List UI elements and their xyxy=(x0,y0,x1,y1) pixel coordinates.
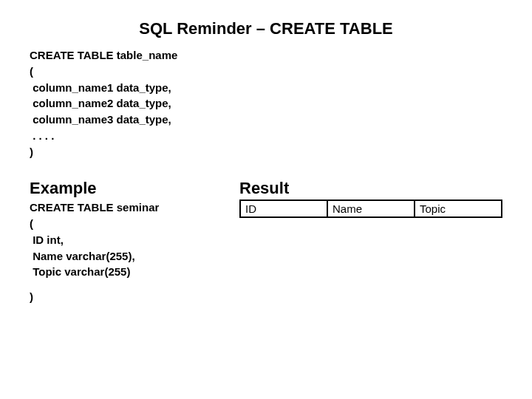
syntax-line: . . . . xyxy=(30,128,502,144)
table-header-cell: Name xyxy=(327,200,415,217)
example-block: CREATE TABLE seminar ( ID int, Name varc… xyxy=(30,200,222,305)
example-line: Topic varchar(255) xyxy=(30,264,222,280)
slide: SQL Reminder – CREATE TABLE CREATE TABLE… xyxy=(0,0,532,320)
syntax-line: CREATE TABLE table_name xyxy=(30,47,502,64)
result-heading: Result xyxy=(239,179,502,198)
syntax-line: column_name1 data_type, xyxy=(30,80,502,96)
example-line: CREATE TABLE seminar xyxy=(30,200,222,216)
example-line: ID int, xyxy=(30,232,222,248)
table-header-cell: Topic xyxy=(415,200,502,217)
table-row: ID Name Topic xyxy=(240,200,502,217)
page-title: SQL Reminder – CREATE TABLE xyxy=(30,19,502,38)
syntax-line: ( xyxy=(30,64,502,80)
table-header-cell: ID xyxy=(240,200,327,217)
result-table: ID Name Topic xyxy=(239,200,502,218)
example-line: ) xyxy=(30,289,222,305)
example-line: ( xyxy=(30,216,222,232)
bottom-row: Example CREATE TABLE seminar ( ID int, N… xyxy=(30,179,502,305)
syntax-line: column_name3 data_type, xyxy=(30,112,502,128)
syntax-line: ) xyxy=(30,144,502,160)
syntax-block: CREATE TABLE table_name ( column_name1 d… xyxy=(30,47,502,160)
example-heading: Example xyxy=(30,179,222,198)
example-line: Name varchar(255), xyxy=(30,248,222,265)
example-column: Example CREATE TABLE seminar ( ID int, N… xyxy=(30,179,222,305)
result-column: Result ID Name Topic xyxy=(239,179,502,305)
syntax-line: column_name2 data_type, xyxy=(30,95,502,112)
